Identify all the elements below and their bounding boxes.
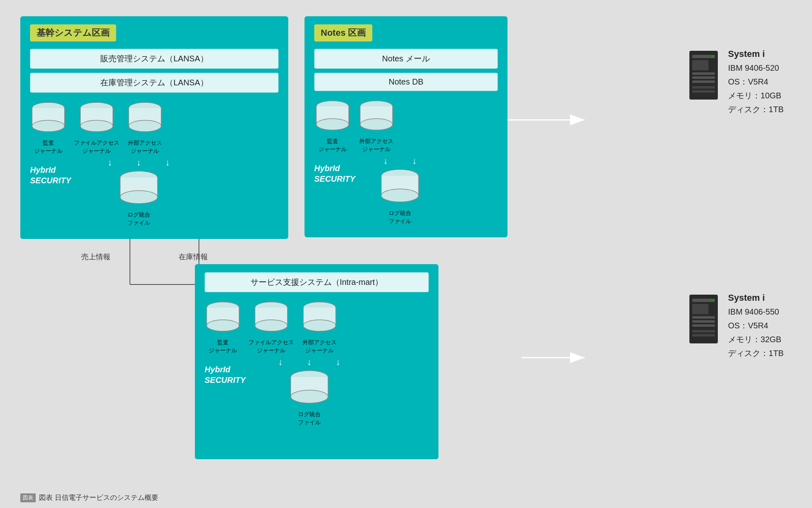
svg-point-56	[711, 55, 714, 58]
svg-rect-84	[692, 334, 715, 336]
svg-point-22	[80, 120, 113, 132]
svg-point-37	[316, 119, 349, 130]
server-bottom-specs: IBM 9406-550 OS：V5R4 メモリ：32GB ディスク：1TB	[728, 305, 784, 360]
notes-cyl-1-label: 監査 ジャーナル	[318, 137, 347, 153]
svg-point-47	[381, 189, 419, 202]
service-cyl-row: 監査 ジャーナル ファイルアクセス ジャーナル	[205, 300, 429, 354]
kikan-hybrid: HybrIdSECURITY	[30, 165, 71, 186]
svg-point-85	[711, 299, 714, 302]
notes-system-1: Notes メール	[314, 49, 498, 69]
kikan-box: 基幹システム区画 販売管理システム（LANSA） 在庫管理システム（LANSA）…	[20, 16, 288, 239]
svg-rect-52	[692, 76, 715, 79]
server-top-specs: IBM 9406-520 OS：V5R4 メモリ：10GB ディスク：1TB	[728, 61, 784, 116]
service-cyl-1-label: 監査 ジャーナル	[209, 339, 237, 354]
service-cyl-3-label: 外部アクセス ジャーナル	[302, 339, 337, 354]
svg-rect-82	[692, 324, 715, 327]
svg-rect-54	[692, 86, 715, 89]
caption-icon: 図表	[20, 493, 36, 502]
kikan-log-label: ログ統合 ファイル	[127, 211, 150, 227]
caption-text: 図表 日信電子サービスのシステム概要	[39, 493, 158, 502]
notes-cyl-row: 監査 ジャーナル 外部アクセス ジャーナル	[314, 99, 498, 153]
caption: 図表 図表 日信電子サービスのシステム概要	[20, 493, 158, 502]
service-system: サービス支援システム（Intra-mart）	[205, 272, 429, 292]
svg-point-76	[291, 390, 328, 403]
svg-rect-79	[692, 304, 708, 314]
notes-badge: Notes 区画	[314, 24, 372, 41]
zaiko-label: 在庫情報	[179, 252, 208, 262]
notes-log-cyl: ログ統合 ファイル	[380, 168, 420, 225]
server-top-info: System i IBM 9406-520 OS：V5R4 メモリ：10GB デ…	[728, 49, 784, 116]
kikan-cyl-2-label: ファイルアクセス ジャーナル	[74, 139, 119, 155]
service-cyl-2-label: ファイルアクセス ジャーナル	[248, 339, 294, 354]
notes-cyl-2-label: 外部アクセス ジャーナル	[359, 137, 393, 153]
service-cyl-1: 監査 ジャーナル	[205, 300, 241, 354]
notes-log-label: ログ統合 ファイル	[389, 209, 411, 225]
kikan-badge: 基幹システム区画	[30, 24, 116, 41]
service-cyl-3: 外部アクセス ジャーナル	[301, 300, 338, 354]
svg-point-61	[207, 320, 239, 331]
svg-point-27	[129, 120, 161, 132]
svg-rect-81	[692, 320, 715, 323]
kikan-system-2: 在庫管理システム（LANSA）	[30, 73, 279, 93]
kikan-cyl-3-label: 外部アクセス ジャーナル	[128, 139, 162, 155]
server-bottom-title: System i	[728, 293, 784, 303]
uriage-label: 売上情報	[81, 252, 110, 262]
server-top-icon	[687, 49, 720, 102]
layout-grid: 売上情報 在庫情報 基幹システム区画 販売管理システム（LANSA） 在庫管理シ…	[20, 16, 784, 484]
svg-point-71	[303, 320, 336, 331]
svg-rect-53	[692, 80, 715, 83]
svg-point-42	[360, 119, 393, 130]
notes-hybrid: HybrIdSECURITY	[314, 163, 355, 184]
server-bottom-info: System i IBM 9406-550 OS：V5R4 メモリ：32GB デ…	[728, 293, 784, 360]
service-log-cyl: ログ統合 ファイル	[289, 369, 330, 426]
notes-system-2: Notes DB	[314, 73, 498, 91]
kikan-cyl-1: 監査 ジャーナル	[30, 101, 67, 155]
notes-box: Notes 区画 Notes メール Notes DB 監査 ジャーナル	[304, 16, 508, 237]
server-top-title: System i	[728, 49, 784, 59]
notes-cyl-1: 監査 ジャーナル	[314, 99, 351, 153]
svg-rect-51	[692, 72, 715, 75]
service-hybrid: HybrIdSECURITY	[205, 364, 246, 385]
kikan-cyl-3: 外部アクセス ジャーナル	[127, 101, 163, 155]
svg-rect-83	[692, 330, 715, 332]
svg-point-66	[255, 320, 287, 331]
kikan-cyl-1-label: 監査 ジャーナル	[34, 139, 63, 155]
server-bottom-icon	[687, 293, 720, 345]
svg-rect-50	[692, 60, 708, 70]
notes-cyl-2: 外部アクセス ジャーナル	[358, 99, 395, 153]
svg-rect-80	[692, 316, 715, 319]
service-log-label: ログ統合 ファイル	[298, 410, 321, 426]
server-bottom: System i IBM 9406-550 OS：V5R4 メモリ：32GB デ…	[687, 293, 784, 360]
service-box: サービス支援システム（Intra-mart） 監査 ジャーナル	[195, 264, 438, 459]
kikan-system-1: 販売管理システム（LANSA）	[30, 49, 279, 69]
svg-point-17	[32, 120, 65, 132]
kikan-cyl-row: 監査 ジャーナル ファイルアクセス ジャーナル	[30, 101, 279, 155]
svg-point-32	[120, 191, 158, 204]
server-top: System i IBM 9406-520 OS：V5R4 メモリ：10GB デ…	[687, 49, 784, 116]
kikan-cyl-2: ファイルアクセス ジャーナル	[74, 101, 119, 155]
main-container: 売上情報 在庫情報 基幹システム区画 販売管理システム（LANSA） 在庫管理シ…	[0, 0, 812, 508]
kikan-log-cyl: ログ統合 ファイル	[119, 169, 159, 227]
svg-rect-55	[692, 90, 715, 93]
service-cyl-2: ファイルアクセス ジャーナル	[248, 300, 294, 354]
